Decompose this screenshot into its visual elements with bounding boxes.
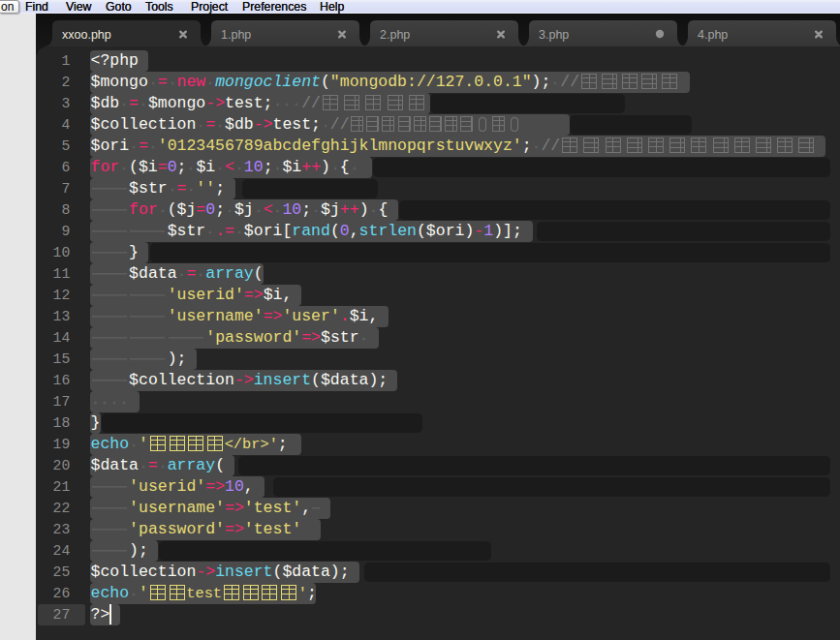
svg-text:xxoo.php: xxoo.php [62,28,111,42]
svg-text:1.php: 1.php [221,28,251,42]
svg-text:2.php: 2.php [380,28,410,42]
svg-text:3.php: 3.php [539,28,569,42]
svg-text:4.php: 4.php [698,28,728,42]
